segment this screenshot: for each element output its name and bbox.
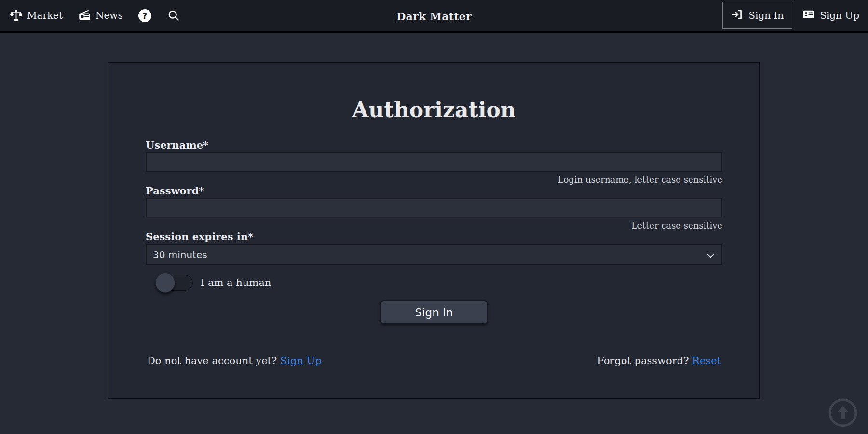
toggle-knob[interactable]	[155, 273, 175, 293]
password-input[interactable]	[146, 198, 722, 217]
username-label: Username*	[146, 139, 722, 151]
top-navbar: Market News ? Dark Matter	[0, 0, 868, 33]
session-expires-select[interactable]: 30 minutes	[146, 244, 722, 265]
radio-icon	[78, 9, 91, 22]
sign-in-submit-button[interactable]: Sign In	[380, 300, 488, 324]
nav-item-label: News	[95, 10, 123, 21]
navbar-left-group: Market News ?	[10, 9, 180, 22]
nav-item-news[interactable]: News	[78, 9, 123, 22]
sign-in-form: Username* Login username, letter case se…	[146, 139, 722, 366]
bottom-links-row: Do not have account yet? Sign Up Forgot …	[146, 355, 722, 366]
nav-item-market[interactable]: Market	[10, 9, 63, 22]
forgot-password-text: Forgot password?	[597, 355, 689, 366]
username-input[interactable]	[146, 152, 722, 172]
nav-item-label: Market	[27, 10, 63, 21]
authorization-card: Authorization Username* Login username, …	[108, 62, 760, 399]
help-icon[interactable]: ?	[138, 9, 151, 22]
session-expires-value: 30 minutes	[153, 249, 207, 260]
session-expires-label: Session expires in*	[146, 231, 722, 243]
nav-sign-in-button[interactable]: Sign In	[722, 2, 792, 29]
sign-in-icon	[731, 8, 744, 23]
search-icon[interactable]	[167, 9, 180, 22]
signup-prompt-text: Do not have account yet?	[147, 355, 277, 366]
page-title: Authorization	[146, 97, 722, 122]
human-toggle-switch[interactable]	[155, 275, 193, 291]
scroll-to-top-button[interactable]	[828, 398, 858, 428]
sign-up-link[interactable]: Sign Up	[280, 355, 322, 366]
nav-sign-in-label: Sign In	[748, 10, 784, 21]
password-label: Password*	[146, 185, 722, 197]
nav-sign-up-label: Sign Up	[820, 10, 859, 21]
id-card-icon	[802, 8, 815, 23]
username-helper-text: Login username, letter case sensitive	[146, 174, 722, 185]
forgot-password-group: Forgot password? Reset	[597, 355, 721, 366]
help-glyph: ?	[142, 11, 147, 21]
reset-password-link[interactable]: Reset	[692, 355, 721, 366]
app-title: Dark Matter	[396, 0, 472, 33]
navbar-right-group: Sign In Sign Up	[722, 2, 861, 29]
chevron-down-icon	[707, 249, 714, 260]
scales-icon	[10, 9, 23, 22]
password-helper-text: Letter case sensitive	[146, 220, 722, 231]
human-toggle-label: I am a human	[201, 277, 271, 288]
signup-prompt-group: Do not have account yet? Sign Up	[147, 355, 322, 366]
human-toggle-row: I am a human	[155, 271, 722, 294]
nav-sign-up-button[interactable]: Sign Up	[800, 8, 861, 23]
